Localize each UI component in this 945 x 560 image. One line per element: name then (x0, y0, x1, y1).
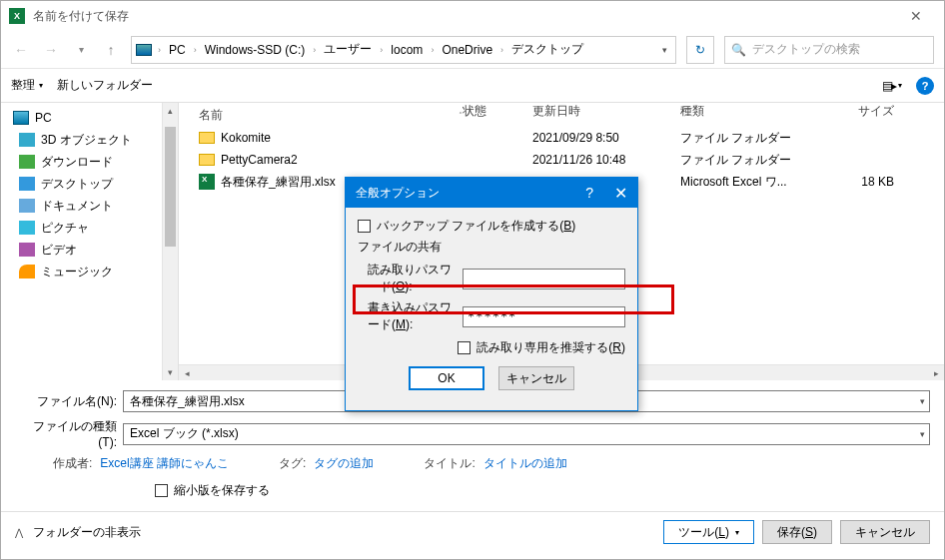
cancel-button[interactable]: キャンセル (840, 520, 930, 544)
tree-scrollbar[interactable]: ▴ ▾ (162, 103, 178, 380)
back-icon[interactable]: ← (11, 42, 31, 58)
folder-tree: PC 3D オブジェクト ダウンロード デスクトップ ドキュメント ピクチャ ビ… (1, 103, 179, 380)
chevron-down-icon[interactable]: ▾ (662, 45, 667, 55)
scroll-thumb[interactable] (165, 127, 176, 247)
col-name[interactable]: 名前˄ (199, 103, 463, 127)
search-input[interactable]: 🔍 デスクトップの検索 (724, 36, 934, 64)
tree-music[interactable]: ミュージック (1, 261, 178, 282)
search-icon: 🔍 (731, 43, 746, 57)
tag-value[interactable]: タグの追加 (314, 455, 374, 472)
author-value[interactable]: Excel講座 講師にゃんこ (100, 455, 229, 472)
pc-icon (136, 44, 152, 56)
write-password-label: 書き込みパスワード(M): (368, 299, 457, 333)
video-icon (19, 243, 35, 257)
document-icon (19, 199, 35, 213)
save-button[interactable]: 保存(S) (762, 520, 832, 544)
nav-bar: ← → ▾ ↑ › PC› Windows-SSD (C:)› ユーザー› lo… (1, 31, 944, 69)
breadcrumb[interactable]: › PC› Windows-SSD (C:)› ユーザー› locom› One… (131, 36, 676, 64)
filename-label: ファイル名(N): (15, 393, 123, 410)
col-status[interactable]: 状態 (463, 103, 532, 127)
folder-icon (199, 154, 215, 166)
toolbar: 整理 ▾ 新しいフォルダー ▤▸ ▾ ? (1, 69, 944, 103)
file-share-header: ファイルの共有 (358, 239, 625, 256)
chevron-down-icon[interactable]: ▾ (920, 429, 925, 439)
thumbnail-checkbox[interactable]: 縮小版を保存する (155, 482, 930, 499)
music-icon (19, 265, 35, 279)
help-icon[interactable]: ? (585, 185, 593, 201)
3d-icon (19, 133, 35, 147)
refresh-icon[interactable]: ↻ (686, 36, 714, 64)
bc-5[interactable]: デスクトップ (509, 41, 585, 58)
checkbox-icon (458, 341, 471, 354)
search-placeholder: デスクトップの検索 (752, 41, 860, 58)
desktop-icon (19, 177, 35, 191)
scroll-down-icon[interactable]: ▾ (163, 364, 178, 380)
folder-icon (199, 132, 215, 144)
excel-file-icon (199, 174, 215, 190)
title-value[interactable]: タイトルの追加 (483, 455, 567, 472)
author-label: 作成者: (53, 455, 92, 472)
title-label: タイトル: (424, 455, 474, 472)
picture-icon (19, 221, 35, 235)
read-password-input[interactable] (463, 269, 625, 289)
bc-0[interactable]: PC (167, 43, 188, 57)
expand-icon[interactable]: ⋀ (15, 527, 27, 538)
view-mode-button[interactable]: ▤▸ ▾ (882, 79, 902, 93)
dialog-title: 全般オプション (356, 185, 440, 202)
footer: ⋀ フォルダーの非表示 ツール(L) ▾ 保存(S) キャンセル (1, 511, 944, 552)
tree-downloads[interactable]: ダウンロード (1, 151, 178, 173)
close-icon[interactable]: ✕ (614, 184, 627, 203)
filetype-select[interactable]: Excel ブック (*.xlsx)▾ (123, 423, 930, 445)
window-title: 名前を付けて保存 (33, 8, 129, 25)
hide-folders-button[interactable]: フォルダーの非表示 (33, 524, 141, 541)
scroll-left-icon[interactable]: ◂ (179, 365, 195, 380)
tree-documents[interactable]: ドキュメント (1, 195, 178, 217)
up-icon[interactable]: ↑ (101, 42, 121, 58)
new-folder-button[interactable]: 新しいフォルダー (57, 77, 153, 94)
tree-pc[interactable]: PC (1, 107, 178, 129)
dialog-title-bar: 全般オプション ? ✕ (346, 178, 637, 208)
recent-icon[interactable]: ▾ (71, 44, 91, 55)
checkbox-icon (155, 484, 168, 497)
write-password-input[interactable] (463, 306, 625, 327)
organize-button[interactable]: 整理 ▾ (11, 77, 43, 94)
cancel-button[interactable]: キャンセル (498, 366, 574, 390)
tree-3d[interactable]: 3D オブジェクト (1, 129, 178, 151)
forward-icon: → (41, 42, 61, 58)
scroll-right-icon[interactable]: ▸ (928, 365, 944, 380)
tree-pictures[interactable]: ピクチャ (1, 217, 178, 239)
tree-videos[interactable]: ビデオ (1, 239, 178, 261)
titlebar: X 名前を付けて保存 ✕ (1, 1, 944, 31)
excel-icon: X (9, 8, 25, 24)
bc-3[interactable]: locom (389, 43, 425, 57)
bc-4[interactable]: OneDrive (440, 43, 494, 57)
read-password-label: 読み取りパスワード(O): (368, 262, 457, 295)
scroll-up-icon[interactable]: ▴ (163, 103, 178, 119)
chevron-down-icon[interactable]: ▾ (920, 396, 925, 406)
bc-2[interactable]: ユーザー (322, 41, 374, 58)
tree-desktop[interactable]: デスクトップ (1, 173, 178, 195)
pc-icon (13, 111, 29, 125)
col-type[interactable]: 種類 (680, 103, 824, 127)
readonly-recommend-checkbox[interactable]: 読み取り専用を推奨する(R) (358, 339, 625, 356)
file-row[interactable]: PettyCamera2 2021/11/26 10:48 ファイル フォルダー (179, 149, 944, 171)
ok-button[interactable]: OK (409, 366, 484, 390)
tools-button[interactable]: ツール(L) ▾ (663, 520, 754, 544)
tag-label: タグ: (279, 455, 306, 472)
filetype-label: ファイルの種類(T): (15, 418, 123, 449)
checkbox-icon (358, 220, 371, 233)
file-row[interactable]: Kokomite 2021/09/29 8:50 ファイル フォルダー (179, 127, 944, 149)
general-options-dialog: 全般オプション ? ✕ バックアップ ファイルを作成する(B) ファイルの共有 … (345, 177, 638, 411)
download-icon (19, 155, 35, 169)
close-icon[interactable]: ✕ (896, 1, 936, 31)
col-date[interactable]: 更新日時 (532, 103, 680, 127)
column-headers: 名前˄ 状態 更新日時 種類 サイズ (179, 103, 944, 127)
help-icon[interactable]: ? (916, 77, 934, 95)
bc-1[interactable]: Windows-SSD (C:) (203, 43, 308, 57)
col-size[interactable]: サイズ (824, 103, 904, 127)
backup-checkbox[interactable]: バックアップ ファイルを作成する(B) (358, 218, 625, 235)
